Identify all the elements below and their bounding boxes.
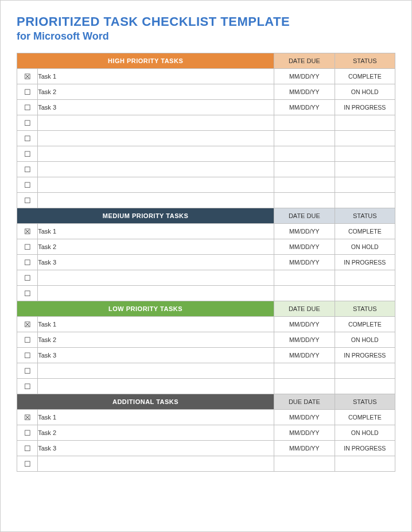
status-cell[interactable]	[335, 379, 395, 394]
due-date-cell[interactable]: MM/DD/YY	[274, 100, 335, 115]
due-date-cell[interactable]: MM/DD/YY	[274, 255, 335, 270]
due-date-cell[interactable]	[274, 162, 335, 177]
status-cell[interactable]	[335, 177, 395, 193]
status-cell[interactable]	[335, 193, 395, 208]
status-cell[interactable]	[335, 270, 395, 286]
task-name-cell[interactable]	[38, 270, 274, 286]
task-name-cell[interactable]: Task 3	[38, 100, 274, 115]
status-cell[interactable]	[335, 162, 395, 177]
task-name-cell[interactable]: Task 2	[38, 425, 274, 441]
status-cell[interactable]: IN PROGRESS	[335, 441, 395, 456]
section-header: MEDIUM PRIORITY TASKS	[17, 208, 274, 224]
status-cell[interactable]: IN PROGRESS	[335, 100, 395, 115]
checkbox-unchecked-icon[interactable]: ☐	[17, 177, 38, 193]
task-name-cell[interactable]	[38, 456, 274, 472]
status-cell[interactable]: ON HOLD	[335, 239, 395, 255]
task-name-cell[interactable]	[38, 146, 274, 162]
checkbox-unchecked-icon[interactable]: ☐	[17, 239, 38, 255]
due-date-cell[interactable]: MM/DD/YY	[274, 224, 335, 239]
checkbox-checked-icon[interactable]: ☒	[17, 317, 38, 332]
status-header: STATUS	[335, 53, 395, 69]
due-date-cell[interactable]	[274, 193, 335, 208]
task-name-cell[interactable]	[38, 379, 274, 394]
checkbox-unchecked-icon[interactable]: ☐	[17, 146, 38, 162]
checkbox-unchecked-icon[interactable]: ☐	[17, 193, 38, 208]
due-date-cell[interactable]	[274, 363, 335, 379]
status-cell[interactable]: ON HOLD	[335, 425, 395, 441]
task-name-cell[interactable]: Task 1	[38, 410, 274, 425]
due-date-cell[interactable]: MM/DD/YY	[274, 239, 335, 255]
due-date-cell[interactable]: MM/DD/YY	[274, 441, 335, 456]
status-cell[interactable]: COMPLETE	[335, 69, 395, 84]
status-cell[interactable]	[335, 115, 395, 131]
task-name-cell[interactable]: Task 2	[38, 239, 274, 255]
checkbox-unchecked-icon[interactable]: ☐	[17, 270, 38, 286]
task-name-cell[interactable]: Task 2	[38, 84, 274, 100]
task-row: ☐	[17, 363, 395, 379]
checkbox-unchecked-icon[interactable]: ☐	[17, 255, 38, 270]
status-cell[interactable]: COMPLETE	[335, 410, 395, 425]
status-cell[interactable]	[335, 131, 395, 146]
checkbox-unchecked-icon[interactable]: ☐	[17, 363, 38, 379]
due-date-cell[interactable]	[274, 456, 335, 472]
checkbox-unchecked-icon[interactable]: ☐	[17, 162, 38, 177]
due-date-cell[interactable]: MM/DD/YY	[274, 410, 335, 425]
due-date-cell[interactable]: MM/DD/YY	[274, 317, 335, 332]
task-name-cell[interactable]	[38, 177, 274, 193]
due-date-cell[interactable]: MM/DD/YY	[274, 348, 335, 363]
task-name-cell[interactable]	[38, 193, 274, 208]
due-date-cell[interactable]: MM/DD/YY	[274, 332, 335, 348]
due-date-cell[interactable]	[274, 115, 335, 131]
checkbox-unchecked-icon[interactable]: ☐	[17, 131, 38, 146]
due-date-cell[interactable]	[274, 146, 335, 162]
task-name-cell[interactable]: Task 3	[38, 255, 274, 270]
task-row: ☐	[17, 146, 395, 162]
section-header: HIGH PRIORITY TASKS	[17, 53, 274, 69]
due-date-cell[interactable]	[274, 286, 335, 301]
status-cell[interactable]: COMPLETE	[335, 224, 395, 239]
status-cell[interactable]: COMPLETE	[335, 317, 395, 332]
checkbox-unchecked-icon[interactable]: ☐	[17, 456, 38, 472]
checkbox-unchecked-icon[interactable]: ☐	[17, 286, 38, 301]
checkbox-unchecked-icon[interactable]: ☐	[17, 100, 38, 115]
task-name-cell[interactable]	[38, 162, 274, 177]
checkbox-unchecked-icon[interactable]: ☐	[17, 425, 38, 441]
status-cell[interactable]: ON HOLD	[335, 84, 395, 100]
due-date-cell[interactable]	[274, 379, 335, 394]
status-cell[interactable]: ON HOLD	[335, 332, 395, 348]
checkbox-unchecked-icon[interactable]: ☐	[17, 84, 38, 100]
task-name-cell[interactable]: Task 1	[38, 69, 274, 84]
status-cell[interactable]: IN PROGRESS	[335, 348, 395, 363]
section-header-row: HIGH PRIORITY TASKSDATE DUESTATUS	[17, 53, 395, 69]
due-header: DATE DUE	[274, 53, 335, 69]
task-name-cell[interactable]	[38, 286, 274, 301]
due-header: DUE DATE	[274, 394, 335, 410]
checkbox-unchecked-icon[interactable]: ☐	[17, 441, 38, 456]
task-name-cell[interactable]: Task 3	[38, 441, 274, 456]
status-cell[interactable]	[335, 286, 395, 301]
due-date-cell[interactable]	[274, 177, 335, 193]
status-cell[interactable]	[335, 146, 395, 162]
checkbox-unchecked-icon[interactable]: ☐	[17, 379, 38, 394]
due-date-cell[interactable]: MM/DD/YY	[274, 425, 335, 441]
checkbox-unchecked-icon[interactable]: ☐	[17, 348, 38, 363]
checkbox-unchecked-icon[interactable]: ☐	[17, 332, 38, 348]
task-name-cell[interactable]: Task 3	[38, 348, 274, 363]
status-cell[interactable]: IN PROGRESS	[335, 255, 395, 270]
task-name-cell[interactable]	[38, 131, 274, 146]
checkbox-checked-icon[interactable]: ☒	[17, 69, 38, 84]
checkbox-unchecked-icon[interactable]: ☐	[17, 115, 38, 131]
due-date-cell[interactable]	[274, 270, 335, 286]
task-name-cell[interactable]: Task 2	[38, 332, 274, 348]
task-name-cell[interactable]	[38, 115, 274, 131]
due-date-cell[interactable]: MM/DD/YY	[274, 69, 335, 84]
task-name-cell[interactable]: Task 1	[38, 224, 274, 239]
status-cell[interactable]	[335, 363, 395, 379]
checkbox-checked-icon[interactable]: ☒	[17, 410, 38, 425]
status-cell[interactable]	[335, 456, 395, 472]
checkbox-checked-icon[interactable]: ☒	[17, 224, 38, 239]
task-name-cell[interactable]	[38, 363, 274, 379]
due-date-cell[interactable]: MM/DD/YY	[274, 84, 335, 100]
due-date-cell[interactable]	[274, 131, 335, 146]
task-name-cell[interactable]: Task 1	[38, 317, 274, 332]
